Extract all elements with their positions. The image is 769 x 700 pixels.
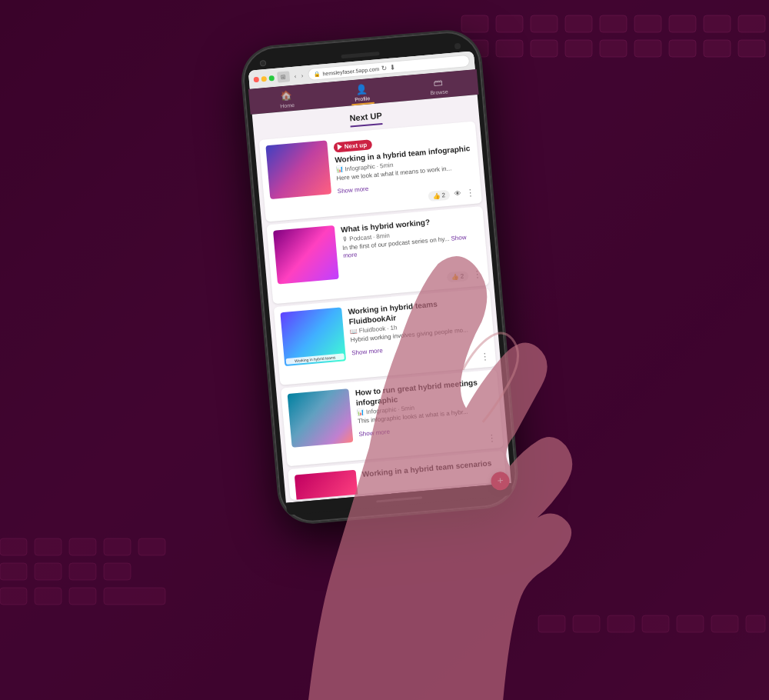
phone-sensor — [454, 43, 461, 50]
nav-profile[interactable]: 👤 Profile — [347, 82, 376, 105]
home-label: Home — [280, 102, 295, 109]
traffic-light-red[interactable] — [253, 76, 259, 82]
nav-browse[interactable]: 🗃 Browse — [423, 75, 455, 98]
traffic-lights — [253, 75, 275, 82]
infographic-icon-1: 📊 — [335, 165, 344, 173]
sidebar-toggle-button[interactable]: ⊞ — [277, 71, 290, 82]
traffic-light-green[interactable] — [268, 75, 275, 81]
card-duration-1: 5min — [380, 161, 394, 168]
url-text: hemsleyfaser.5app.com — [322, 66, 379, 76]
home-icon: 🏠 — [280, 90, 292, 102]
badge-label: Next up — [344, 141, 367, 150]
browser-action-icons: ↻ ⬇ — [381, 63, 397, 72]
nav-home[interactable]: 🏠 Home — [272, 88, 301, 111]
play-icon — [338, 144, 343, 150]
profile-label: Profile — [355, 95, 370, 102]
browser-back-button[interactable]: ‹ — [292, 71, 298, 81]
traffic-light-yellow[interactable] — [261, 75, 267, 82]
phone-speaker — [341, 51, 379, 58]
phone-camera — [260, 60, 267, 67]
reload-icon[interactable]: ↻ — [381, 64, 388, 72]
browser-forward-button[interactable]: › — [299, 70, 305, 80]
browse-label: Browse — [430, 88, 448, 95]
download-icon[interactable]: ⬇ — [390, 63, 397, 72]
section-title: Next UP — [349, 111, 382, 123]
profile-icon: 👤 — [355, 84, 368, 96]
browser-navigation: ‹ › — [292, 70, 305, 80]
lock-icon: 🔒 — [313, 71, 321, 78]
next-up-badge: Next up — [333, 139, 372, 152]
hand-illustration — [208, 165, 561, 700]
browse-icon: 🗃 — [433, 77, 443, 89]
